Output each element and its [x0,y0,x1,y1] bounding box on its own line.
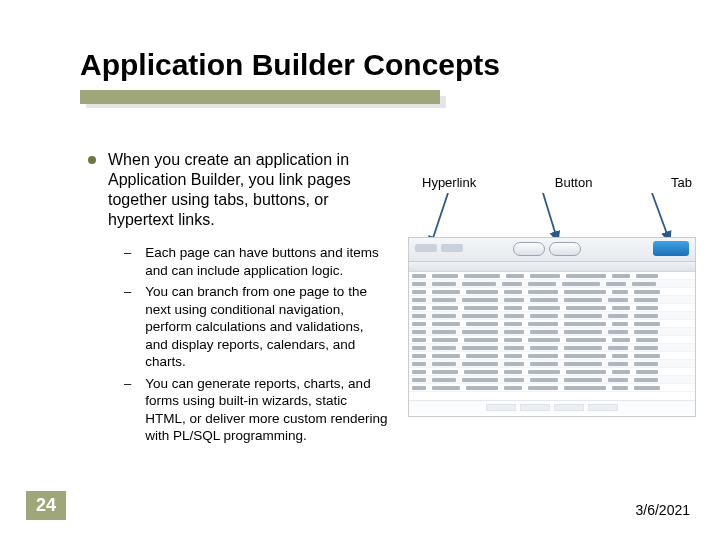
main-bullet-text: When you create an application in Applic… [108,150,388,230]
footer-link [520,404,550,411]
table-row [409,296,695,304]
table-row [409,280,695,288]
table-row [409,320,695,328]
footer-link [554,404,584,411]
arrow-button [543,193,558,242]
table-row [409,272,695,280]
table-row [409,384,695,392]
screenshot-footer [409,400,695,414]
title-underline [80,90,440,104]
table-row [409,288,695,296]
footer-link [588,404,618,411]
sub-bullet: – You can branch from one page to the ne… [124,283,388,371]
dash-icon: – [124,376,131,445]
sub-bullet: – You can generate reports, charts, and … [124,375,388,445]
slide-number: 24 [26,491,66,520]
toolbar-button [549,242,581,256]
dash-icon: – [124,245,131,279]
annotation-labels: Hyperlink Button Tab [422,175,692,190]
app-screenshot [408,237,696,417]
sub-bullet-text: Each page can have buttons and items and… [145,244,388,279]
bullet-icon [88,156,96,164]
table-row [409,360,695,368]
table-row [409,312,695,320]
screenshot-report-rows [409,272,695,400]
label-button: Button [555,175,593,190]
sub-bullet-list: – Each page can have buttons and items a… [124,244,388,445]
content-column: When you create an application in Applic… [88,150,388,449]
table-row [409,376,695,384]
table-row [409,344,695,352]
table-row [409,328,695,336]
label-hyperlink: Hyperlink [422,175,476,190]
footer-link [486,404,516,411]
table-row [409,352,695,360]
sub-bullet: – Each page can have buttons and items a… [124,244,388,279]
table-row [409,368,695,376]
toolbar-button [513,242,545,256]
slide-date: 3/6/2021 [636,502,691,518]
label-tab: Tab [671,175,692,190]
main-bullet: When you create an application in Applic… [88,150,388,230]
breadcrumb-link [415,244,437,252]
screenshot-toolbar [409,238,695,262]
table-row [409,336,695,344]
active-tab [653,241,689,256]
breadcrumb-link [441,244,463,252]
slide-title: Application Builder Concepts [80,48,500,82]
table-row [409,304,695,312]
dash-icon: – [124,284,131,371]
sub-bullet-text: You can branch from one page to the next… [145,283,388,371]
screenshot-column-headers [409,262,695,272]
sub-bullet-text: You can generate reports, charts, and fo… [145,375,388,445]
arrow-tab [652,193,670,242]
